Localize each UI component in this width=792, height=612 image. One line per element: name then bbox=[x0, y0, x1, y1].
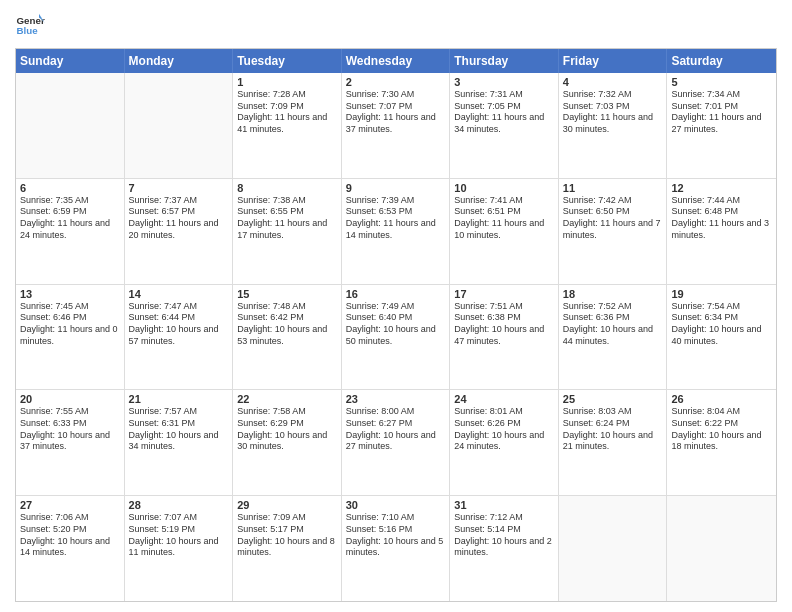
calendar-cell: 14Sunrise: 7:47 AM Sunset: 6:44 PM Dayli… bbox=[125, 285, 234, 390]
cell-info: Sunrise: 7:28 AM Sunset: 7:09 PM Dayligh… bbox=[237, 89, 337, 136]
calendar-cell: 21Sunrise: 7:57 AM Sunset: 6:31 PM Dayli… bbox=[125, 390, 234, 495]
day-number: 31 bbox=[454, 499, 554, 511]
calendar-cell: 25Sunrise: 8:03 AM Sunset: 6:24 PM Dayli… bbox=[559, 390, 668, 495]
cell-info: Sunrise: 7:32 AM Sunset: 7:03 PM Dayligh… bbox=[563, 89, 663, 136]
day-number: 3 bbox=[454, 76, 554, 88]
cell-info: Sunrise: 7:06 AM Sunset: 5:20 PM Dayligh… bbox=[20, 512, 120, 559]
day-number: 17 bbox=[454, 288, 554, 300]
calendar-cell: 7Sunrise: 7:37 AM Sunset: 6:57 PM Daylig… bbox=[125, 179, 234, 284]
calendar-cell: 19Sunrise: 7:54 AM Sunset: 6:34 PM Dayli… bbox=[667, 285, 776, 390]
day-number: 14 bbox=[129, 288, 229, 300]
cal-header-day: Sunday bbox=[16, 49, 125, 73]
day-number: 4 bbox=[563, 76, 663, 88]
calendar-week: 1Sunrise: 7:28 AM Sunset: 7:09 PM Daylig… bbox=[16, 73, 776, 179]
cell-info: Sunrise: 7:10 AM Sunset: 5:16 PM Dayligh… bbox=[346, 512, 446, 559]
cell-info: Sunrise: 7:31 AM Sunset: 7:05 PM Dayligh… bbox=[454, 89, 554, 136]
day-number: 30 bbox=[346, 499, 446, 511]
calendar-cell: 17Sunrise: 7:51 AM Sunset: 6:38 PM Dayli… bbox=[450, 285, 559, 390]
calendar: SundayMondayTuesdayWednesdayThursdayFrid… bbox=[15, 48, 777, 602]
day-number: 29 bbox=[237, 499, 337, 511]
day-number: 2 bbox=[346, 76, 446, 88]
calendar-cell: 31Sunrise: 7:12 AM Sunset: 5:14 PM Dayli… bbox=[450, 496, 559, 601]
calendar-cell: 10Sunrise: 7:41 AM Sunset: 6:51 PM Dayli… bbox=[450, 179, 559, 284]
calendar-cell: 22Sunrise: 7:58 AM Sunset: 6:29 PM Dayli… bbox=[233, 390, 342, 495]
day-number: 12 bbox=[671, 182, 772, 194]
cell-info: Sunrise: 8:04 AM Sunset: 6:22 PM Dayligh… bbox=[671, 406, 772, 453]
day-number: 20 bbox=[20, 393, 120, 405]
day-number: 26 bbox=[671, 393, 772, 405]
calendar-body: 1Sunrise: 7:28 AM Sunset: 7:09 PM Daylig… bbox=[16, 73, 776, 601]
cell-info: Sunrise: 7:44 AM Sunset: 6:48 PM Dayligh… bbox=[671, 195, 772, 242]
logo-icon: General Blue bbox=[15, 10, 45, 40]
cell-info: Sunrise: 7:38 AM Sunset: 6:55 PM Dayligh… bbox=[237, 195, 337, 242]
calendar-cell bbox=[559, 496, 668, 601]
cell-info: Sunrise: 8:00 AM Sunset: 6:27 PM Dayligh… bbox=[346, 406, 446, 453]
cell-info: Sunrise: 7:51 AM Sunset: 6:38 PM Dayligh… bbox=[454, 301, 554, 348]
day-number: 16 bbox=[346, 288, 446, 300]
cell-info: Sunrise: 7:41 AM Sunset: 6:51 PM Dayligh… bbox=[454, 195, 554, 242]
calendar-cell: 6Sunrise: 7:35 AM Sunset: 6:59 PM Daylig… bbox=[16, 179, 125, 284]
day-number: 9 bbox=[346, 182, 446, 194]
cell-info: Sunrise: 8:03 AM Sunset: 6:24 PM Dayligh… bbox=[563, 406, 663, 453]
cell-info: Sunrise: 8:01 AM Sunset: 6:26 PM Dayligh… bbox=[454, 406, 554, 453]
calendar-week: 27Sunrise: 7:06 AM Sunset: 5:20 PM Dayli… bbox=[16, 496, 776, 601]
header: General Blue bbox=[15, 10, 777, 40]
day-number: 21 bbox=[129, 393, 229, 405]
calendar-cell: 5Sunrise: 7:34 AM Sunset: 7:01 PM Daylig… bbox=[667, 73, 776, 178]
calendar-cell: 13Sunrise: 7:45 AM Sunset: 6:46 PM Dayli… bbox=[16, 285, 125, 390]
calendar-cell: 18Sunrise: 7:52 AM Sunset: 6:36 PM Dayli… bbox=[559, 285, 668, 390]
day-number: 22 bbox=[237, 393, 337, 405]
cell-info: Sunrise: 7:37 AM Sunset: 6:57 PM Dayligh… bbox=[129, 195, 229, 242]
day-number: 25 bbox=[563, 393, 663, 405]
calendar-cell: 27Sunrise: 7:06 AM Sunset: 5:20 PM Dayli… bbox=[16, 496, 125, 601]
calendar-cell: 20Sunrise: 7:55 AM Sunset: 6:33 PM Dayli… bbox=[16, 390, 125, 495]
cell-info: Sunrise: 7:58 AM Sunset: 6:29 PM Dayligh… bbox=[237, 406, 337, 453]
day-number: 13 bbox=[20, 288, 120, 300]
cell-info: Sunrise: 7:09 AM Sunset: 5:17 PM Dayligh… bbox=[237, 512, 337, 559]
cell-info: Sunrise: 7:42 AM Sunset: 6:50 PM Dayligh… bbox=[563, 195, 663, 242]
day-number: 24 bbox=[454, 393, 554, 405]
day-number: 18 bbox=[563, 288, 663, 300]
calendar-cell: 1Sunrise: 7:28 AM Sunset: 7:09 PM Daylig… bbox=[233, 73, 342, 178]
cal-header-day: Friday bbox=[559, 49, 668, 73]
svg-text:General: General bbox=[17, 15, 46, 26]
day-number: 28 bbox=[129, 499, 229, 511]
day-number: 27 bbox=[20, 499, 120, 511]
calendar-cell: 8Sunrise: 7:38 AM Sunset: 6:55 PM Daylig… bbox=[233, 179, 342, 284]
calendar-cell bbox=[667, 496, 776, 601]
day-number: 8 bbox=[237, 182, 337, 194]
cell-info: Sunrise: 7:45 AM Sunset: 6:46 PM Dayligh… bbox=[20, 301, 120, 348]
cal-header-day: Saturday bbox=[667, 49, 776, 73]
day-number: 11 bbox=[563, 182, 663, 194]
cell-info: Sunrise: 7:35 AM Sunset: 6:59 PM Dayligh… bbox=[20, 195, 120, 242]
calendar-cell bbox=[16, 73, 125, 178]
calendar-cell: 4Sunrise: 7:32 AM Sunset: 7:03 PM Daylig… bbox=[559, 73, 668, 178]
cell-info: Sunrise: 7:07 AM Sunset: 5:19 PM Dayligh… bbox=[129, 512, 229, 559]
calendar-week: 13Sunrise: 7:45 AM Sunset: 6:46 PM Dayli… bbox=[16, 285, 776, 391]
cell-info: Sunrise: 7:47 AM Sunset: 6:44 PM Dayligh… bbox=[129, 301, 229, 348]
cell-info: Sunrise: 7:12 AM Sunset: 5:14 PM Dayligh… bbox=[454, 512, 554, 559]
cell-info: Sunrise: 7:39 AM Sunset: 6:53 PM Dayligh… bbox=[346, 195, 446, 242]
cell-info: Sunrise: 7:49 AM Sunset: 6:40 PM Dayligh… bbox=[346, 301, 446, 348]
day-number: 10 bbox=[454, 182, 554, 194]
day-number: 1 bbox=[237, 76, 337, 88]
calendar-cell: 29Sunrise: 7:09 AM Sunset: 5:17 PM Dayli… bbox=[233, 496, 342, 601]
day-number: 7 bbox=[129, 182, 229, 194]
day-number: 5 bbox=[671, 76, 772, 88]
day-number: 23 bbox=[346, 393, 446, 405]
cal-header-day: Monday bbox=[125, 49, 234, 73]
cal-header-day: Wednesday bbox=[342, 49, 451, 73]
cell-info: Sunrise: 7:30 AM Sunset: 7:07 PM Dayligh… bbox=[346, 89, 446, 136]
day-number: 6 bbox=[20, 182, 120, 194]
calendar-cell: 28Sunrise: 7:07 AM Sunset: 5:19 PM Dayli… bbox=[125, 496, 234, 601]
cell-info: Sunrise: 7:54 AM Sunset: 6:34 PM Dayligh… bbox=[671, 301, 772, 348]
day-number: 15 bbox=[237, 288, 337, 300]
calendar-cell: 11Sunrise: 7:42 AM Sunset: 6:50 PM Dayli… bbox=[559, 179, 668, 284]
cell-info: Sunrise: 7:52 AM Sunset: 6:36 PM Dayligh… bbox=[563, 301, 663, 348]
calendar-cell bbox=[125, 73, 234, 178]
calendar-header: SundayMondayTuesdayWednesdayThursdayFrid… bbox=[16, 49, 776, 73]
calendar-cell: 3Sunrise: 7:31 AM Sunset: 7:05 PM Daylig… bbox=[450, 73, 559, 178]
svg-text:Blue: Blue bbox=[17, 25, 39, 36]
calendar-cell: 12Sunrise: 7:44 AM Sunset: 6:48 PM Dayli… bbox=[667, 179, 776, 284]
calendar-cell: 26Sunrise: 8:04 AM Sunset: 6:22 PM Dayli… bbox=[667, 390, 776, 495]
